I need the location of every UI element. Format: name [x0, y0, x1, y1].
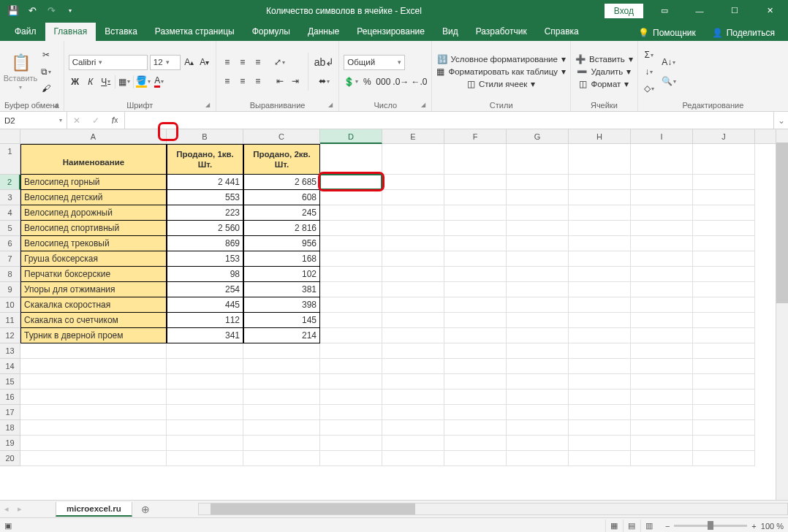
cell[interactable] — [444, 374, 507, 390]
cell[interactable]: Скакалка скоростная — [20, 297, 167, 313]
cell[interactable] — [382, 267, 444, 282]
cell[interactable] — [320, 328, 382, 343]
cell[interactable]: Велосипед детский — [20, 190, 167, 205]
cell[interactable] — [507, 144, 569, 175]
increase-decimal-button[interactable]: .0→ — [393, 75, 409, 89]
cell[interactable] — [569, 436, 631, 451]
cell[interactable] — [382, 221, 444, 236]
percent-format-button[interactable]: % — [360, 75, 374, 89]
cell[interactable] — [507, 436, 569, 451]
cell[interactable]: 869 — [167, 236, 243, 251]
worksheet-grid[interactable]: ABCDEFGHIJ 12345678910111213141516171819… — [0, 129, 788, 500]
tab-page-layout[interactable]: Разметка страницы — [146, 23, 243, 41]
cell[interactable] — [569, 297, 631, 313]
cell[interactable] — [320, 221, 382, 236]
cell[interactable] — [382, 390, 444, 405]
tab-insert[interactable]: Вставка — [96, 23, 146, 41]
cell[interactable] — [20, 374, 167, 390]
cell[interactable]: 223 — [167, 205, 243, 221]
cell[interactable] — [569, 359, 631, 374]
cell[interactable] — [569, 144, 631, 175]
font-color-button[interactable]: A▾ — [153, 75, 166, 89]
cell[interactable] — [382, 175, 444, 190]
cell[interactable] — [569, 282, 631, 297]
cell[interactable] — [444, 436, 507, 451]
align-middle-button[interactable]: ≡ — [236, 55, 249, 69]
cell[interactable] — [320, 451, 382, 466]
cell[interactable] — [631, 267, 693, 282]
cell[interactable] — [693, 297, 755, 313]
zoom-out-button[interactable]: − — [665, 522, 670, 531]
cell[interactable] — [507, 297, 569, 313]
cell[interactable] — [444, 267, 507, 282]
cell[interactable] — [631, 390, 693, 405]
cell[interactable] — [167, 390, 243, 405]
row-header[interactable]: 9 — [0, 282, 20, 297]
macro-record-icon[interactable]: ▣ — [4, 521, 12, 531]
column-header[interactable]: B — [167, 129, 243, 143]
expand-formula-bar-button[interactable]: ⌄ — [773, 112, 788, 129]
zoom-level[interactable]: 100 % — [761, 522, 784, 531]
row-header[interactable]: 10 — [0, 297, 20, 313]
cell[interactable] — [631, 374, 693, 390]
tab-file[interactable]: Файл — [6, 23, 45, 41]
cell[interactable] — [693, 451, 755, 466]
row-header[interactable]: 20 — [0, 451, 20, 466]
underline-button[interactable]: Ч▾ — [99, 75, 113, 89]
cell[interactable] — [693, 251, 755, 267]
align-top-button[interactable]: ≡ — [221, 55, 234, 69]
cell[interactable] — [320, 420, 382, 436]
cell[interactable] — [631, 221, 693, 236]
cell[interactable] — [243, 359, 320, 374]
cell[interactable] — [569, 451, 631, 466]
cell[interactable]: Перчатки боксерские — [20, 267, 167, 282]
cell[interactable] — [507, 451, 569, 466]
cell[interactable] — [507, 390, 569, 405]
wrap-text-button[interactable]: ab↲ — [314, 55, 335, 69]
cell[interactable] — [444, 205, 507, 221]
cell[interactable]: 398 — [243, 297, 320, 313]
row-header[interactable]: 4 — [0, 205, 20, 221]
cell[interactable] — [382, 328, 444, 343]
cell[interactable] — [569, 236, 631, 251]
cell[interactable] — [20, 436, 167, 451]
cell[interactable] — [569, 267, 631, 282]
format-painter-button[interactable]: 🖌 — [39, 81, 53, 96]
cell[interactable]: 112 — [167, 313, 243, 328]
cell[interactable]: 956 — [243, 236, 320, 251]
zoom-in-button[interactable]: + — [751, 522, 756, 531]
cell[interactable] — [167, 420, 243, 436]
cell[interactable] — [243, 343, 320, 359]
qat-customize-button[interactable]: ▾ — [61, 2, 79, 20]
cell[interactable] — [631, 451, 693, 466]
cell[interactable]: 2 816 — [243, 221, 320, 236]
cell[interactable] — [507, 267, 569, 282]
cell[interactable] — [320, 436, 382, 451]
cell[interactable] — [243, 420, 320, 436]
cell[interactable] — [444, 190, 507, 205]
align-center-button[interactable]: ≡ — [236, 74, 249, 88]
cell[interactable] — [243, 390, 320, 405]
find-select-button[interactable]: 🔍▾ — [662, 74, 676, 88]
cell[interactable]: 2 685 — [243, 175, 320, 190]
cell[interactable] — [631, 236, 693, 251]
cell[interactable] — [382, 436, 444, 451]
cell[interactable] — [243, 436, 320, 451]
decrease-indent-button[interactable]: ⇤ — [273, 74, 287, 88]
cell[interactable] — [693, 420, 755, 436]
row-header[interactable]: 7 — [0, 251, 20, 267]
cell[interactable] — [444, 297, 507, 313]
cancel-formula-button[interactable]: ✕ — [67, 112, 86, 129]
cell[interactable]: 341 — [167, 328, 243, 343]
cell[interactable]: Скакалка со счетчиком — [20, 313, 167, 328]
cell[interactable] — [320, 390, 382, 405]
autosum-button[interactable]: Σ▾ — [643, 48, 656, 62]
format-cells-button[interactable]: ◫Формат▾ — [575, 79, 633, 89]
copy-button[interactable]: ⧉▾ — [39, 64, 53, 79]
cell[interactable] — [320, 343, 382, 359]
cell[interactable] — [569, 374, 631, 390]
cell[interactable] — [631, 420, 693, 436]
row-header[interactable]: 16 — [0, 390, 20, 405]
align-launcher[interactable]: ◢ — [328, 102, 333, 108]
cell[interactable] — [507, 190, 569, 205]
